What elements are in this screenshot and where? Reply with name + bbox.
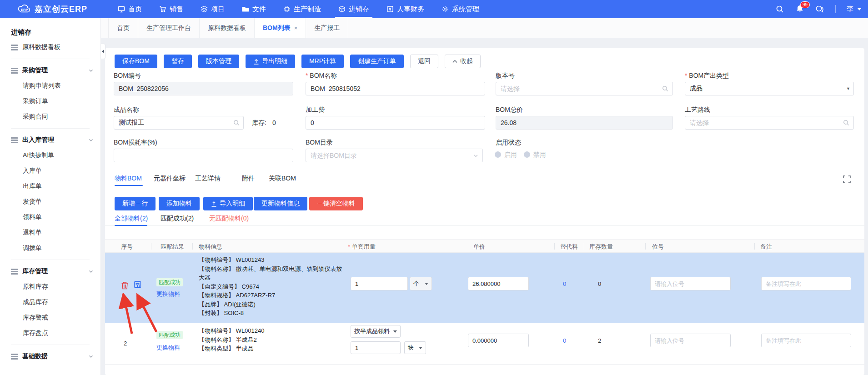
sidebar-group-warehouse[interactable]: 出入库管理 [0, 132, 100, 148]
price-input[interactable] [468, 277, 529, 290]
import-detail-button[interactable]: 导入明细 [203, 197, 253, 210]
process-fee-field[interactable] [306, 116, 485, 130]
sidebar-item-picking[interactable]: 领料单 [0, 210, 100, 225]
sidebar-item-stock-check[interactable]: 库存盘点 [0, 325, 100, 341]
position-input[interactable] [650, 277, 731, 290]
sidebar-item-purchase-order[interactable]: 采购订单 [0, 94, 100, 109]
bom-name-field[interactable] [306, 82, 485, 95]
tab-process-detail[interactable]: 工艺详情 [195, 175, 221, 183]
sidebar-divider [11, 128, 90, 129]
menu-item-project[interactable]: 项目 [192, 0, 233, 18]
stash-button[interactable]: 暂存 [164, 55, 192, 68]
filter-tab-unmatched[interactable]: 无匹配物料(0) [209, 215, 249, 223]
menu-item-system[interactable]: 系统管理 [433, 0, 488, 18]
clear-all-materials-button[interactable]: 一键清空物料 [309, 197, 363, 210]
price-input[interactable] [468, 334, 529, 347]
remark-input[interactable] [761, 334, 851, 347]
menu-label: 进销存 [349, 5, 369, 14]
remark-input[interactable] [761, 277, 851, 290]
sidebar-item-inbound[interactable]: 入库单 [0, 163, 100, 179]
sidebar-item-label: 原料库存 [23, 283, 48, 291]
close-icon[interactable]: × [294, 25, 298, 31]
menu-item-files[interactable]: 文件 [233, 0, 275, 18]
export-detail-button[interactable]: 导出明细 [246, 55, 295, 68]
qty-mode-select[interactable]: 按半成品领料 [351, 325, 401, 338]
list-icon [11, 137, 18, 143]
sidebar-group-stock[interactable]: 库存管理 [0, 264, 100, 279]
radio-disable[interactable] [524, 151, 530, 158]
sidebar-group-purchase[interactable]: 采购管理 [0, 63, 100, 78]
tab-related-bom[interactable]: 关联BOM [269, 175, 296, 183]
button-label: 添加物料 [166, 200, 192, 208]
qty-input[interactable] [351, 277, 408, 290]
add-material-button[interactable]: 添加物料 [159, 197, 200, 210]
unit-select[interactable]: 块 [404, 341, 426, 354]
position-input[interactable] [650, 334, 731, 347]
filter-tab-all[interactable]: 全部物料(2) [115, 215, 148, 223]
sidebar-item-transfer[interactable]: 调拨单 [0, 240, 100, 256]
unit-select[interactable]: 个 [410, 277, 432, 290]
save-bom-button[interactable]: 保存BOM [115, 55, 157, 68]
sidebar-item-delivery[interactable]: 发货单 [0, 194, 100, 210]
substitute-count-link[interactable]: 0 [563, 280, 566, 287]
bom-no-field[interactable] [114, 82, 293, 95]
menu-item-hr-finance[interactable]: 人事财务 [378, 0, 433, 18]
sidebar-item-purchase-request[interactable]: 请购申请列表 [0, 78, 100, 94]
replace-material-link[interactable]: 更换物料 [156, 344, 180, 352]
output-type-select[interactable] [685, 82, 854, 95]
page-tab-production-report[interactable]: 生产报工 [306, 18, 348, 38]
fullscreen-icon[interactable] [843, 175, 851, 183]
sidebar-item-product-stock[interactable]: 成品库存 [0, 295, 100, 310]
sidebar-item-raw-stock[interactable]: 原料库存 [0, 279, 100, 295]
mrp-calc-button[interactable]: MRP计算 [301, 55, 344, 68]
tab-component-coords[interactable]: 元器件坐标 [154, 175, 186, 183]
col-unit-price: 单价 [473, 243, 485, 251]
collapse-panel-button[interactable]: 收起 [445, 55, 481, 68]
filter-tab-matched[interactable]: 匹配成功(2) [161, 215, 194, 223]
back-button[interactable]: 返回 [410, 55, 438, 68]
search-icon[interactable] [775, 5, 784, 14]
sidebar-collapse-handle[interactable] [101, 44, 105, 59]
page-tab-raw-dashboard[interactable]: 原料数据看板 [200, 18, 255, 38]
delete-trash-icon[interactable] [121, 281, 129, 290]
radio-enable[interactable] [495, 151, 501, 158]
sidebar-item-return-material[interactable]: 退料单 [0, 225, 100, 240]
substitute-count-link[interactable]: 0 [563, 337, 566, 344]
create-production-order-button[interactable]: 创建生产订单 [350, 55, 404, 68]
update-material-info-button[interactable]: 更新物料信息 [254, 197, 307, 210]
sidebar-item-label: 成品库存 [23, 298, 48, 306]
page-tab-home[interactable]: 首页 [108, 18, 138, 38]
replace-material-link[interactable]: 更换物料 [156, 290, 180, 298]
page-tab-production-workbench[interactable]: 生产管理工作台 [138, 18, 200, 38]
product-name-field[interactable] [114, 116, 244, 130]
app-logo[interactable]: ERP 嘉立创云ERP [17, 4, 87, 15]
qty-input[interactable] [351, 341, 401, 354]
message-chat-icon[interactable] [815, 5, 824, 14]
table-row[interactable]: 2 匹配成功 更换物料 【物料编号】 WL001240 【物料名称】 半成品2 … [105, 323, 864, 365]
notification-bell-icon[interactable]: 99 [795, 5, 804, 14]
bom-total-field[interactable] [496, 116, 673, 130]
loss-rate-field[interactable] [114, 149, 293, 162]
col-material-info: 物料信息 [199, 243, 222, 251]
menu-item-inventory[interactable]: 进销存 [330, 0, 378, 18]
sidebar-item-stock-alert[interactable]: 库存警戒 [0, 310, 100, 325]
page-tab-bom-list[interactable]: BOM列表 × [255, 18, 306, 38]
tab-material-bom[interactable]: 物料BOM [115, 175, 142, 183]
table-row[interactable]: 匹配成功 更换物料 【物料编号】 WL001243 【物料名称】 微功耗、单电源… [105, 253, 864, 323]
sidebar-item-outbound[interactable]: 出库单 [0, 179, 100, 194]
version-manage-button[interactable]: 版本管理 [198, 55, 239, 68]
bom-catalog-select[interactable] [306, 149, 483, 162]
process-route-field[interactable] [685, 116, 854, 130]
sidebar-group-basedata[interactable]: 基础数据 [0, 349, 100, 364]
sidebar-item-dashboard[interactable]: 原料数据看板 [0, 40, 100, 55]
version-field[interactable] [496, 82, 673, 95]
add-row-button[interactable]: 新增一行 [115, 197, 156, 210]
menu-item-home[interactable]: 首页 [109, 0, 151, 18]
sidebar-item-purchase-contract[interactable]: 采购合同 [0, 109, 100, 125]
menu-item-sales[interactable]: 销售 [151, 0, 192, 18]
user-menu[interactable]: 李 [847, 5, 862, 14]
sidebar-item-ai-quick-order[interactable]: AI快捷制单 [0, 148, 100, 163]
view-bom-doc-icon[interactable] [134, 281, 141, 289]
tab-attachment[interactable]: 附件 [242, 175, 255, 183]
menu-item-manufacture[interactable]: 生产制造 [275, 0, 330, 18]
